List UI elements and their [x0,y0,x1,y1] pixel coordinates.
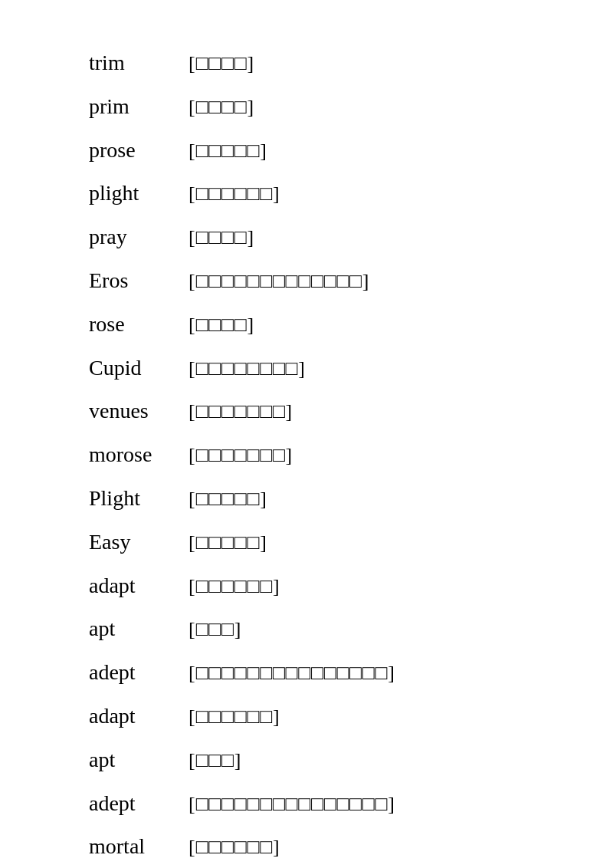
word-text: adept [89,656,188,690]
phonetic-text: [□□□□] [188,222,254,254]
phonetic-text: [□□□□□□□] [188,439,293,472]
word-list: trim[□□□□]prim[□□□□]prose[□□□□□]plight[□… [0,0,613,868]
list-item: Plight[□□□□□] [89,482,613,516]
word-text: prim [89,90,188,124]
word-text: Cupid [89,351,188,386]
list-item: morose[□□□□□□□] [89,438,613,472]
list-item: apt[□□□] [89,612,613,646]
phonetic-text: [□□□] [188,745,241,777]
word-text: adept [89,787,188,821]
phonetic-text: [□□□□] [188,48,254,80]
word-text: Plight [89,482,188,516]
list-item: mortal[□□□□□□] [89,830,613,864]
list-item: rose[□□□□] [89,307,613,342]
phonetic-text: [□□□□□□□] [188,396,293,428]
word-text: mortal [89,830,188,864]
list-item: adept[□□□□□□□□□□□□□□□] [89,787,613,821]
list-item: plight[□□□□□□] [89,176,613,211]
phonetic-text: [□□□□] [188,91,254,123]
phonetic-text: [□□□□] [188,309,254,341]
phonetic-text: [□□□□□□□□] [188,353,306,385]
word-text: adapt [89,699,188,734]
phonetic-text: [□□□□□□□□□□□□□□□] [188,788,395,820]
list-item: adept[□□□□□□□□□□□□□□□] [89,656,613,690]
word-text: Easy [89,525,188,560]
list-item: prose[□□□□□] [89,133,613,168]
word-text: trim [89,46,188,81]
list-item: prim[□□□□] [89,90,613,124]
list-item: apt[□□□] [89,743,613,778]
word-text: Eros [89,264,188,298]
list-item: pray[□□□□] [89,220,613,255]
phonetic-text: [□□□] [188,613,241,646]
phonetic-text: [□□□□□□□□□□□□□] [188,265,369,298]
list-item: trim[□□□□] [89,46,613,81]
list-item: Eros[□□□□□□□□□□□□□] [89,264,613,298]
list-item: venues[□□□□□□□] [89,394,613,429]
list-item: Cupid[□□□□□□□□] [89,351,613,386]
list-item: adapt[□□□□□□] [89,569,613,603]
word-text: adapt [89,569,188,603]
phonetic-text: [□□□□□] [188,483,267,515]
list-item: adapt[□□□□□□] [89,699,613,734]
word-text: apt [89,612,188,646]
phonetic-text: [□□□□□□□□□□□□□□□] [188,657,395,689]
word-text: prose [89,133,188,168]
word-text: rose [89,307,188,342]
word-text: plight [89,176,188,211]
phonetic-text: [□□□□□□] [188,701,280,733]
word-text: pray [89,220,188,255]
word-text: venues [89,394,188,429]
list-item: Easy[□□□□□] [89,525,613,560]
phonetic-text: [□□□□□] [188,527,267,559]
phonetic-text: [□□□□□□] [188,178,280,210]
phonetic-text: [□□□□□□] [188,831,280,863]
phonetic-text: [□□□□□] [188,135,267,167]
word-text: morose [89,438,188,472]
phonetic-text: [□□□□□□] [188,570,280,603]
word-text: apt [89,743,188,778]
